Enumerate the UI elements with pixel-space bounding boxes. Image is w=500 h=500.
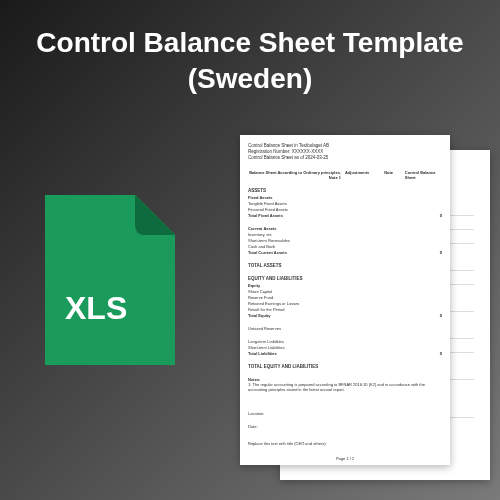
fixed-assets: Fixed Assets — [248, 195, 442, 200]
current-assets: Current Assets — [248, 226, 442, 231]
assets-header: ASSETS — [248, 188, 442, 193]
equity-liab-header: EQUITY AND LIABILITIES — [248, 276, 442, 281]
xls-label: XLS — [65, 290, 127, 327]
page-number: Page 1 / 2 — [336, 456, 354, 461]
doc-reg: Registration Number: XXXXXX-XXXX — [248, 149, 442, 154]
signature-label: Replace this text with title (CEO and ot… — [248, 441, 442, 446]
doc-company: Control Balance Sheet in Testbolaget AB — [248, 143, 442, 148]
xls-file-icon: XLS — [35, 185, 185, 375]
document-page-1: Control Balance Sheet in Testbolaget AB … — [240, 135, 450, 465]
total-assets: TOTAL ASSETS — [248, 263, 442, 268]
location-label: Location: — [248, 411, 442, 416]
column-headers: Balance Sheet According to Ordinary prin… — [248, 170, 442, 180]
date-label: Date: — [248, 424, 442, 429]
total-eq-liab: TOTAL EQUITY AND LIABILITIES — [248, 364, 442, 369]
doc-asof: Control Balance Sheet as of 2024-03-25 — [248, 155, 442, 160]
note-1: 1: The regular accounting is prepared ac… — [248, 382, 442, 392]
page-title: Control Balance Sheet Template (Sweden) — [0, 0, 500, 108]
